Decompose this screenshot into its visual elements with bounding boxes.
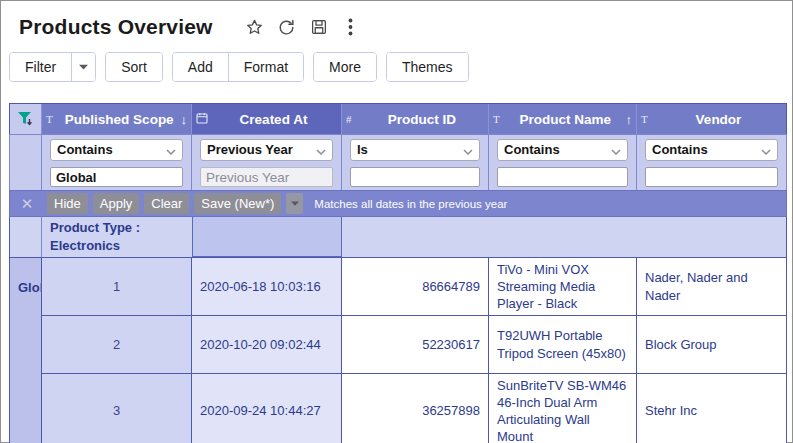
group-row-filler xyxy=(342,217,786,257)
number-type-icon: # xyxy=(346,113,360,125)
sort-asc-icon: ↑ xyxy=(626,112,633,127)
refresh-icon[interactable] xyxy=(277,17,297,37)
add-button[interactable]: Add xyxy=(173,53,228,81)
app-window: Products Overview xyxy=(0,0,793,443)
filter-button[interactable]: Filter xyxy=(10,53,71,81)
save-dropdown-arrow-icon[interactable] xyxy=(286,193,303,214)
created-at-cell[interactable]: 2020-06-18 10:03:16 xyxy=(192,258,342,316)
scope-group-cell[interactable]: Global xyxy=(10,258,42,443)
chevron-down-icon xyxy=(761,141,771,159)
format-button[interactable]: Format xyxy=(228,53,303,81)
product-name-cell[interactable]: TiVo - Mini VOX Streaming Media Player -… xyxy=(489,258,637,316)
filter-input-product-name[interactable] xyxy=(497,167,628,187)
calendar-icon xyxy=(196,112,210,126)
table-body: 1 Global 2020-06-18 10:03:16 86664789 Ti… xyxy=(9,257,787,443)
table-header-row: T Published Scope ↓ Created At # Product… xyxy=(9,103,787,134)
add-format-button-group: Add Format xyxy=(172,52,304,82)
group-row-number-spacer xyxy=(10,217,42,257)
chevron-down-icon xyxy=(611,141,621,159)
filter-status-text: Matches all dates in the previous year xyxy=(314,198,507,210)
row-number[interactable]: 1 xyxy=(42,258,192,316)
group-label-cell[interactable]: Product Type : Electronics xyxy=(42,217,192,257)
themes-button[interactable]: Themes xyxy=(387,53,468,81)
page-title: Products Overview xyxy=(19,15,213,39)
filter-value-spacer xyxy=(10,164,42,190)
vendor-cell[interactable]: Stehr Inc xyxy=(637,374,786,443)
close-filter-icon[interactable]: ✕ xyxy=(16,195,38,213)
text-type-icon: T xyxy=(641,113,655,125)
product-id-cell[interactable]: 86664789 xyxy=(342,258,489,316)
filter-input-vendor[interactable] xyxy=(645,167,778,187)
group-header-row: Product Type : Electronics xyxy=(9,217,787,257)
star-icon[interactable] xyxy=(245,17,265,37)
text-type-icon: T xyxy=(46,113,60,125)
themes-button-group: Themes xyxy=(386,52,469,82)
column-header-product-id[interactable]: # Product ID xyxy=(342,104,489,134)
row-number[interactable]: 2 xyxy=(42,316,192,374)
kebab-menu-icon[interactable] xyxy=(341,17,361,37)
product-name-cell[interactable]: SunBriteTV SB-WM46 46-Inch Dual Arm Arti… xyxy=(489,374,637,443)
vendor-cell[interactable]: Nader, Nader and Nader xyxy=(637,258,786,316)
more-button[interactable]: More xyxy=(314,53,376,81)
apply-button[interactable]: Apply xyxy=(93,193,140,214)
chevron-down-icon xyxy=(316,141,326,159)
operator-select-published-scope[interactable]: Contains xyxy=(50,139,183,161)
product-name-cell[interactable]: T92UWH Portable Tripod Screen (45x80) xyxy=(489,316,637,374)
column-header-vendor[interactable]: T Vendor xyxy=(637,104,786,134)
chevron-down-icon xyxy=(463,141,473,159)
column-header-created-at[interactable]: Created At xyxy=(192,104,342,134)
operator-select-vendor[interactable]: Contains xyxy=(645,139,778,161)
operator-select-product-name[interactable]: Contains xyxy=(497,139,628,161)
filter-input-created-at xyxy=(200,167,333,187)
more-button-group: More xyxy=(313,52,377,82)
created-at-cell[interactable]: 2020-10-20 09:02:44 xyxy=(192,316,342,374)
save-new-button[interactable]: Save (New*) xyxy=(194,193,281,214)
vendor-cell[interactable]: Block Group xyxy=(637,316,786,374)
filter-dropdown-arrow-icon[interactable] xyxy=(71,53,95,81)
filter-split-button: Filter xyxy=(9,52,96,82)
sort-button-group: Sort xyxy=(105,52,163,82)
sort-button[interactable]: Sort xyxy=(106,53,162,81)
chevron-down-icon xyxy=(166,141,176,159)
product-id-cell[interactable]: 36257898 xyxy=(342,374,489,443)
operator-select-product-id[interactable]: Is xyxy=(350,139,480,161)
product-id-cell[interactable]: 52230617 xyxy=(342,316,489,374)
filter-value-row xyxy=(9,164,787,190)
table-toolbar: Filter Sort Add Format More Themes xyxy=(1,43,792,82)
column-header-published-scope[interactable]: T Published Scope ↓ xyxy=(42,104,192,134)
title-bar: Products Overview xyxy=(1,1,792,43)
row-number[interactable]: 3 xyxy=(42,374,192,443)
save-icon[interactable] xyxy=(309,17,329,37)
filter-operator-spacer xyxy=(10,134,42,164)
filter-funnel-icon[interactable] xyxy=(10,104,42,134)
filter-input-product-id[interactable] xyxy=(350,167,480,187)
text-type-icon: T xyxy=(493,113,507,125)
hide-button[interactable]: Hide xyxy=(47,193,88,214)
column-header-product-name[interactable]: T Product Name ↑ xyxy=(489,104,637,134)
created-at-cell[interactable]: 2020-09-24 10:44:27 xyxy=(192,374,342,443)
filter-action-bar: ✕ Hide Apply Clear Save (New*) Matches a… xyxy=(9,190,787,217)
title-actions xyxy=(245,17,361,37)
filter-operator-row: Contains Previous Year Is xyxy=(9,134,787,164)
sort-desc-icon: ↓ xyxy=(181,112,188,127)
operator-select-created-at[interactable]: Previous Year xyxy=(200,139,333,161)
group-created-at-cell[interactable] xyxy=(192,217,342,257)
group-label: Product Type : Electronics xyxy=(50,219,184,254)
clear-button[interactable]: Clear xyxy=(144,193,189,214)
products-table: T Published Scope ↓ Created At # Product… xyxy=(9,103,787,443)
filter-input-published-scope[interactable] xyxy=(50,167,183,187)
